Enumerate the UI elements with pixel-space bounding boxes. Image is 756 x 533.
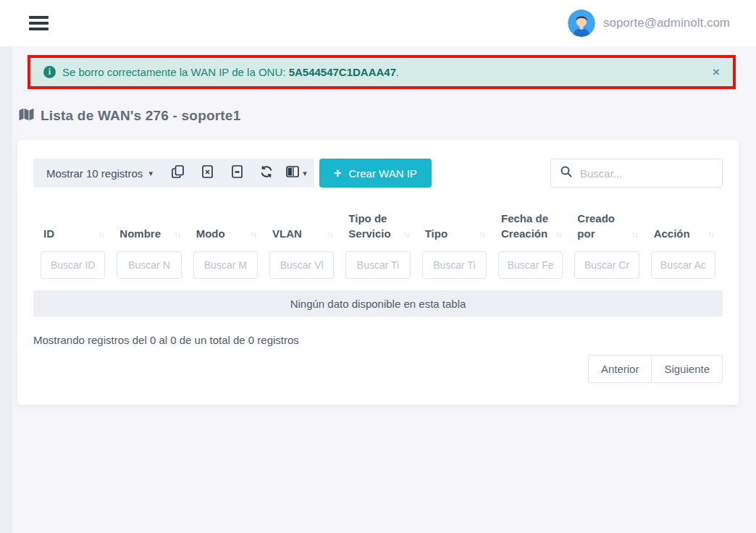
columns-icon bbox=[286, 166, 299, 180]
left-gutter bbox=[0, 46, 12, 533]
filter-input-accion[interactable] bbox=[651, 251, 715, 279]
copy-icon bbox=[172, 165, 184, 181]
plus-icon: + bbox=[334, 167, 342, 180]
page-length-dropdown[interactable]: Mostrar 10 registros ▾ bbox=[36, 159, 163, 188]
column-header-creado-por[interactable]: Creado por ↑↓ bbox=[574, 208, 639, 248]
sort-icon[interactable]: ↑↓ bbox=[708, 230, 714, 241]
filter-input-nombre[interactable] bbox=[117, 251, 181, 279]
table-toolbar: Mostrar 10 registros ▾ bbox=[33, 159, 723, 188]
alert-onu-code: 5A544547C1DAAA47 bbox=[289, 66, 396, 78]
column-filter-row bbox=[33, 251, 723, 279]
sort-icon[interactable]: ↑↓ bbox=[98, 230, 104, 241]
column-header-vlan[interactable]: VLAN ↑↓ bbox=[269, 208, 334, 248]
sort-icon[interactable]: ↑↓ bbox=[555, 230, 561, 241]
column-visibility-button[interactable]: ▾ bbox=[282, 159, 311, 188]
sort-icon[interactable]: ↑↓ bbox=[479, 230, 485, 241]
table-empty-state: Ningún dato disponible en esta tabla bbox=[33, 290, 723, 316]
excel-icon bbox=[202, 165, 213, 181]
info-icon: i bbox=[43, 66, 56, 78]
copy-button[interactable] bbox=[163, 159, 193, 188]
column-header-fecha-creacion[interactable]: Fecha de Creación ↑↓ bbox=[498, 208, 563, 248]
map-icon bbox=[19, 108, 34, 124]
user-email: soporte@adminolt.com bbox=[603, 16, 730, 30]
create-wan-ip-button[interactable]: + Crear WAN IP bbox=[319, 159, 432, 188]
column-header-nombre[interactable]: Nombre ↑↓ bbox=[117, 208, 181, 248]
refresh-button[interactable] bbox=[252, 159, 282, 188]
filter-input-tipo-servicio[interactable] bbox=[345, 251, 410, 279]
filter-input-modo[interactable] bbox=[193, 251, 258, 279]
filter-input-fecha[interactable] bbox=[498, 251, 563, 279]
user-avatar bbox=[568, 9, 595, 37]
page-title-row: Lista de WAN's 276 - soporte1 bbox=[19, 108, 756, 124]
filter-input-tipo[interactable] bbox=[422, 251, 487, 279]
next-page-button[interactable]: Siguiente bbox=[651, 355, 723, 383]
hamburger-menu-icon[interactable] bbox=[29, 13, 49, 33]
success-alert: i Se borro correctamente la WAN IP de la… bbox=[30, 58, 733, 86]
sort-icon[interactable]: ↑↓ bbox=[632, 230, 638, 241]
column-header-accion[interactable]: Acción ↑↓ bbox=[651, 208, 715, 248]
column-header-tipo[interactable]: Tipo ↑↓ bbox=[422, 208, 487, 248]
page-title: Lista de WAN's 276 - soporte1 bbox=[41, 108, 240, 124]
user-menu[interactable]: soporte@adminolt.com bbox=[560, 5, 737, 41]
alert-message: Se borro correctamente la WAN IP de la O… bbox=[62, 66, 399, 78]
sort-icon[interactable]: ↑↓ bbox=[175, 230, 180, 241]
sort-icon[interactable]: ↑↓ bbox=[327, 230, 332, 241]
wan-list-card: Mostrar 10 registros ▾ bbox=[17, 140, 739, 405]
filter-input-id[interactable] bbox=[41, 251, 105, 279]
export-excel-button[interactable] bbox=[193, 159, 222, 188]
search-box bbox=[550, 159, 723, 188]
sort-icon[interactable]: ↑↓ bbox=[403, 230, 409, 241]
export-file-button[interactable] bbox=[222, 159, 252, 188]
tool-strip: Mostrar 10 registros ▾ bbox=[33, 159, 314, 188]
table-header-row: ID ↑↓ Nombre ↑↓ Modo ↑↓ VLAN ↑↓ Tipo de … bbox=[33, 208, 723, 248]
column-header-modo[interactable]: Modo ↑↓ bbox=[193, 208, 258, 248]
close-icon[interactable]: × bbox=[713, 66, 720, 78]
annotation-highlight: i Se borro correctamente la WAN IP de la… bbox=[28, 55, 736, 89]
previous-page-button[interactable]: Anterior bbox=[588, 355, 652, 383]
chevron-down-icon: ▾ bbox=[303, 169, 307, 178]
top-header: soporte@adminolt.com bbox=[0, 0, 756, 46]
chevron-down-icon: ▾ bbox=[148, 169, 153, 178]
filter-input-vlan[interactable] bbox=[269, 251, 334, 279]
column-header-tipo-servicio[interactable]: Tipo de Servicio ↑↓ bbox=[345, 208, 410, 248]
pagination: Anterior Siguiente bbox=[33, 355, 723, 383]
table-info-text: Mostrando registros del 0 al 0 de un tot… bbox=[33, 334, 723, 346]
filter-input-creado-por[interactable] bbox=[574, 251, 639, 279]
sort-icon[interactable]: ↑↓ bbox=[251, 230, 256, 241]
column-header-id[interactable]: ID ↑↓ bbox=[41, 208, 105, 248]
search-input[interactable] bbox=[580, 167, 713, 180]
file-icon bbox=[232, 165, 243, 181]
refresh-icon bbox=[260, 165, 273, 181]
search-icon bbox=[560, 166, 572, 180]
